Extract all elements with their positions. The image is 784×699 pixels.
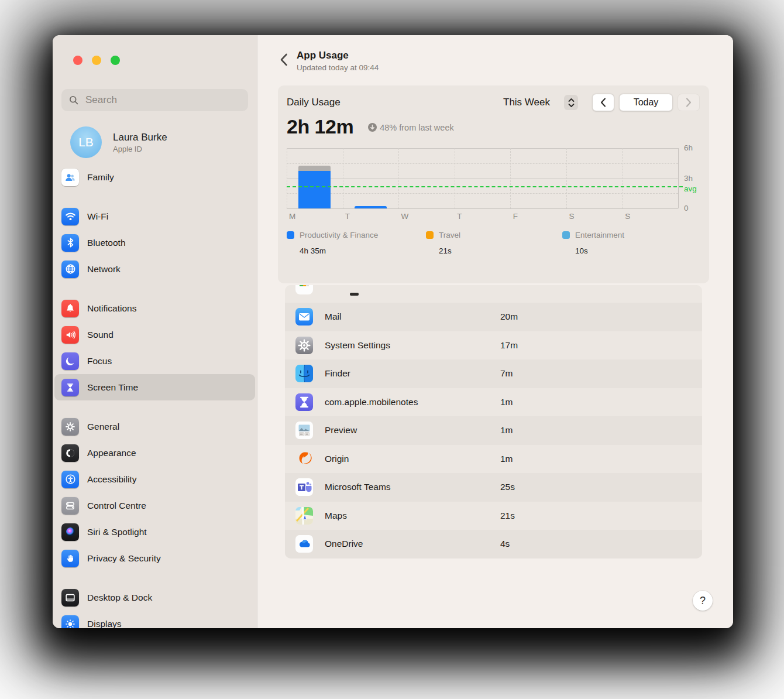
- minimize-button[interactable]: [92, 56, 101, 65]
- next-period-button[interactable]: [678, 94, 700, 111]
- search-input[interactable]: [84, 94, 241, 107]
- sidebar-item-bluetooth[interactable]: Bluetooth: [54, 229, 255, 256]
- sidebar-item-label: Desktop & Dock: [87, 592, 152, 603]
- system-settings-icon: [295, 337, 313, 354]
- app-row[interactable]: Preview1m: [285, 416, 702, 445]
- x-tick-label: T: [457, 212, 462, 221]
- legend-value: 4h 35m: [300, 246, 378, 255]
- sidebar: LB Laura Burke Apple ID FamilyWi-FiBluet…: [53, 35, 257, 628]
- profile-subtitle: Apple ID: [113, 145, 167, 153]
- chart-column: [622, 148, 678, 208]
- sidebar-group: Desktop & DockDisplays: [61, 584, 248, 628]
- legend-item: Entertainment10s: [562, 231, 624, 255]
- search-field[interactable]: [61, 89, 248, 111]
- search-icon: [68, 95, 79, 105]
- sidebar-item-label: Control Centre: [87, 501, 146, 511]
- daily-usage-title: Daily Usage: [287, 97, 341, 108]
- sidebar-item-network[interactable]: Network: [54, 256, 255, 282]
- x-tick-label: T: [345, 212, 350, 221]
- page-header: App Usage Updated today at 09:44: [257, 35, 733, 72]
- sidebar-group: Wi-FiBluetoothNetwork: [61, 203, 248, 282]
- sidebar-item-displays[interactable]: Displays: [54, 611, 255, 628]
- accessibility-icon: [61, 471, 79, 488]
- up-down-chevrons-icon: [568, 98, 575, 108]
- chevron-left-icon: [280, 53, 288, 66]
- sidebar-item-notifications[interactable]: Notifications: [54, 295, 255, 321]
- usage-bar[interactable]: [355, 206, 387, 208]
- previous-period-button[interactable]: [592, 94, 614, 111]
- sidebar-group: GeneralAppearanceAccessibilityControl Ce…: [61, 413, 248, 571]
- globe-icon: [61, 261, 79, 278]
- clipped-text-fragment: [350, 293, 359, 296]
- apple-id-profile[interactable]: LB Laura Burke Apple ID: [61, 126, 248, 158]
- bar-segment-productivity: [355, 206, 387, 208]
- sidebar-item-desktop-dock[interactable]: Desktop & Dock: [54, 584, 255, 611]
- today-button[interactable]: Today: [619, 94, 673, 111]
- finder-icon: [295, 365, 313, 382]
- sidebar-item-label: Sound: [87, 330, 114, 340]
- sidebar-item-screen-time[interactable]: Screen Time: [54, 374, 255, 400]
- sidebar-item-accessibility[interactable]: Accessibility: [54, 466, 255, 492]
- x-tick-label: S: [625, 212, 630, 221]
- sidebar-item-label: Wi-Fi: [87, 211, 108, 222]
- app-usage-time: 4s: [500, 539, 510, 549]
- y-tick-label: 3h: [684, 174, 693, 183]
- total-usage-value: 2h 12m: [287, 115, 353, 138]
- sidebar-item-general[interactable]: General: [54, 413, 255, 440]
- sidebar-item-family[interactable]: Family: [54, 164, 255, 190]
- desktop-icon: [61, 589, 79, 607]
- sidebar-item-wifi[interactable]: Wi-Fi: [54, 203, 255, 229]
- wifi-icon: [61, 208, 79, 225]
- app-row[interactable]: OneDrive4s: [285, 530, 702, 558]
- toggles-icon: [61, 497, 79, 515]
- onedrive-icon: [295, 535, 313, 553]
- chart-x-axis: MTWTFSS: [287, 211, 679, 222]
- app-name: Preview: [325, 425, 357, 436]
- sidebar-item-privacy-security[interactable]: Privacy & Security: [54, 545, 255, 571]
- period-select-label[interactable]: This Week: [503, 97, 550, 108]
- average-line: [287, 186, 683, 187]
- app-row[interactable]: Origin1m: [285, 445, 702, 474]
- sidebar-item-focus[interactable]: Focus: [54, 348, 255, 374]
- app-row[interactable]: Maps21s: [285, 502, 702, 530]
- back-button[interactable]: [275, 50, 293, 70]
- daily-usage-card: Daily Usage This Week Today: [278, 85, 709, 283]
- legend-swatch: [287, 231, 294, 239]
- period-stepper[interactable]: [564, 95, 578, 110]
- help-button[interactable]: ?: [693, 591, 713, 611]
- sidebar-item-appearance[interactable]: Appearance: [54, 440, 255, 466]
- sidebar-item-label: Bluetooth: [87, 238, 126, 248]
- usage-delta-text: 48% from last week: [380, 123, 454, 132]
- app-name: Microsoft Teams: [325, 482, 391, 492]
- app-name: Mail: [325, 311, 341, 322]
- system-settings-window: LB Laura Burke Apple ID FamilyWi-FiBluet…: [53, 35, 733, 628]
- app-usage-list: Mail20mSystem Settings17mFinder7mcom.app…: [285, 285, 702, 558]
- usage-bar-chart: 6h3h0avg: [287, 148, 679, 208]
- chart-y-axis: 6h3h0avg: [682, 148, 711, 208]
- sidebar-item-control-centre[interactable]: Control Centre: [54, 492, 255, 519]
- app-row[interactable]: com.apple.mobilenotes1m: [285, 388, 702, 417]
- sidebar-item-sound[interactable]: Sound: [54, 321, 255, 348]
- sidebar-item-siri-spotlight[interactable]: Siri & Spotlight: [54, 519, 255, 545]
- app-row[interactable]: Finder7m: [285, 359, 702, 388]
- app-row[interactable]: System Settings17m: [285, 331, 702, 360]
- app-name: Maps: [325, 510, 347, 521]
- chart-column: [566, 148, 623, 208]
- decrease-arrow-icon: [368, 123, 377, 132]
- gridline-horizontal: [287, 208, 678, 209]
- sun-icon: [61, 615, 79, 629]
- sidebar-item-label: Appearance: [87, 448, 136, 458]
- y-tick-label: 0: [684, 204, 689, 213]
- app-row-partial: [285, 285, 702, 303]
- zoom-button[interactable]: [111, 56, 120, 65]
- app-row[interactable]: Microsoft Teams25s: [285, 473, 702, 502]
- app-usage-time: 21s: [500, 510, 515, 521]
- app-row[interactable]: Mail20m: [285, 303, 702, 331]
- chart-legend: Productivity & Finance4h 35mTravel21sEnt…: [287, 231, 700, 272]
- sidebar-item-label: General: [87, 422, 119, 432]
- bell-icon: [61, 300, 79, 317]
- gear-icon: [61, 418, 79, 436]
- close-button[interactable]: [73, 56, 82, 65]
- app-usage-time: 25s: [500, 482, 515, 492]
- appearance-icon: [61, 444, 79, 462]
